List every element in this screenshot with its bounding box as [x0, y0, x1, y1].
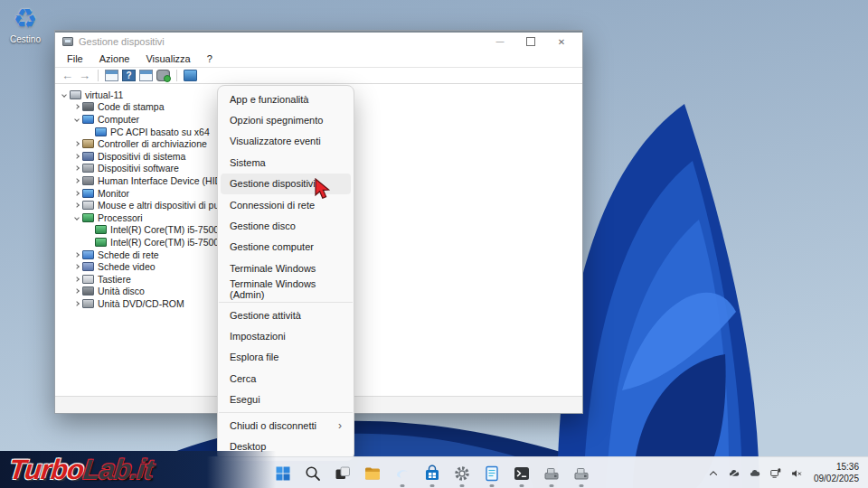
- mouse-device-icon: [82, 201, 94, 210]
- menubar-item-help[interactable]: ?: [199, 52, 221, 66]
- tree-expand-chevron-icon[interactable]: [71, 302, 82, 305]
- desktop: ♻ Cestino Gestione dispositivi FileAzion…: [0, 0, 868, 488]
- tree-expand-chevron-icon[interactable]: [71, 265, 82, 268]
- maximize-button[interactable]: [515, 33, 546, 51]
- tray-cloud-button[interactable]: [746, 464, 764, 483]
- tree-expand-chevron-icon[interactable]: [71, 155, 82, 158]
- running-indicator-dot: [579, 484, 583, 487]
- taskbar-task-view-button[interactable]: [327, 459, 357, 488]
- winx-item-esplora-file[interactable]: Esplora file: [221, 347, 351, 368]
- taskbar-settings-button[interactable]: [447, 459, 476, 488]
- scan-hardware-icon[interactable]: [156, 70, 170, 81]
- computer-device-icon: [70, 90, 81, 99]
- winx-quick-menu: App e funzionalitàOpzioni spegnimentoVis…: [217, 85, 354, 461]
- tree-expand-chevron-icon[interactable]: [71, 216, 82, 220]
- file-explorer-icon: [363, 465, 382, 483]
- device-manager-icon: [542, 465, 561, 483]
- tray-volume-muted-button[interactable]: [788, 464, 806, 483]
- properties-icon[interactable]: [139, 70, 153, 81]
- winx-item-gestione-dispositivi[interactable]: Gestione dispositivi: [221, 174, 351, 194]
- taskbar-clock[interactable]: 15:36 09/02/2025: [808, 462, 863, 484]
- winx-item-sistema[interactable]: Sistema: [221, 152, 351, 173]
- taskbar-device-manager-button[interactable]: [536, 459, 566, 488]
- tray-hidden-icons-chevron-button[interactable]: [704, 464, 722, 483]
- system-device-icon: [82, 152, 94, 161]
- monitor-device-icon: [82, 189, 94, 198]
- back-icon[interactable]: [61, 70, 74, 81]
- winx-item-app-e-funzionalit[interactable]: App e funzionalità: [221, 89, 351, 109]
- tree-expand-chevron-icon[interactable]: [71, 277, 82, 281]
- running-indicator-dot: [429, 484, 434, 487]
- running-indicator-dot: [519, 484, 524, 487]
- menubar-item-visualizza[interactable]: Visualizza: [137, 52, 198, 66]
- menubar-item-file[interactable]: File: [59, 52, 91, 66]
- tree-expand-chevron-icon[interactable]: [71, 105, 82, 108]
- toolbar-separator: [98, 70, 99, 81]
- winx-item-gestione-disco[interactable]: Gestione disco: [221, 215, 351, 236]
- winx-item-gestione-computer[interactable]: Gestione computer: [221, 237, 351, 258]
- start-icon: [274, 465, 292, 483]
- tray-onedrive-paused-button[interactable]: [725, 464, 743, 483]
- taskbar-notepad-button[interactable]: [476, 459, 506, 488]
- hid-device-icon: [82, 176, 94, 185]
- tray-network-ethernet-button[interactable]: [767, 464, 785, 483]
- winx-item-esegui[interactable]: Esegui: [221, 389, 351, 409]
- tree-expand-chevron-icon[interactable]: [71, 179, 82, 183]
- tree-expand-chevron-icon[interactable]: [71, 142, 82, 145]
- software-device-icon: [82, 164, 94, 173]
- running-indicator-dot: [400, 484, 404, 487]
- monitor-device-icon: [95, 127, 107, 136]
- computer-management-icon: [572, 465, 590, 483]
- menubar-item-azione[interactable]: Azione: [91, 52, 138, 66]
- winx-item-terminale-windows[interactable]: Terminale Windows: [221, 258, 351, 278]
- submenu-chevron-icon: ›: [338, 419, 342, 432]
- running-indicator-dot: [549, 484, 553, 487]
- tree-expand-chevron-icon[interactable]: [71, 166, 82, 170]
- disk-device-icon: [82, 286, 94, 296]
- winx-item-impostazioni[interactable]: Impostazioni: [221, 325, 351, 346]
- tree-expand-chevron-icon[interactable]: [71, 289, 82, 293]
- tree-spacer: [84, 130, 95, 134]
- taskbar-file-explorer-button[interactable]: [357, 459, 387, 488]
- window-titlebar[interactable]: Gestione dispositivi: [55, 31, 582, 51]
- turbolab-watermark: TurboLab.it: [0, 451, 276, 488]
- recycle-bin-label: Cestino: [5, 34, 45, 44]
- tree-expand-chevron-icon[interactable]: [71, 192, 82, 195]
- window-menubar: FileAzioneVisualizza?: [55, 51, 582, 68]
- device-manager-window-icon: [62, 37, 73, 46]
- menu-separator: [219, 412, 353, 413]
- winx-item-terminale-windows-admin[interactable]: Terminale Windows (Admin): [221, 279, 351, 300]
- taskbar-store-button[interactable]: [417, 459, 447, 488]
- tree-expand-chevron-icon[interactable]: [71, 203, 82, 207]
- edge-icon: [393, 465, 411, 483]
- turbolab-logo: TurboLab.it: [7, 455, 154, 483]
- recycle-bin-desktop-icon[interactable]: ♻ Cestino: [5, 4, 45, 44]
- dvd-device-icon: [82, 299, 94, 308]
- minimize-button[interactable]: [485, 33, 515, 51]
- winx-item-visualizzatore-eventi[interactable]: Visualizzatore eventi: [221, 131, 351, 152]
- forward-icon[interactable]: [78, 70, 91, 81]
- onedrive-paused-icon: [728, 467, 741, 480]
- close-button[interactable]: [546, 33, 577, 51]
- winx-item-chiudi-o-disconnetti[interactable]: Chiudi o disconnetti›: [221, 415, 351, 436]
- device-screen-icon[interactable]: [184, 70, 197, 81]
- search-icon: [304, 465, 322, 483]
- winx-item-connessioni-di-rete[interactable]: Connessioni di rete: [221, 194, 351, 215]
- winx-item-opzioni-spegnimento[interactable]: Opzioni spegnimento: [221, 109, 351, 130]
- winx-item-gestione-attivit[interactable]: Gestione attività: [221, 305, 351, 325]
- taskbar-edge-button[interactable]: [387, 459, 417, 488]
- taskbar-terminal-button[interactable]: [506, 459, 536, 488]
- console-window-icon[interactable]: [105, 70, 118, 81]
- tray-date: 09/02/2025: [814, 474, 859, 485]
- taskbar-computer-management-button[interactable]: [566, 459, 596, 488]
- notepad-icon: [483, 465, 501, 483]
- help-icon[interactable]: [122, 70, 136, 81]
- taskbar-search-button[interactable]: [297, 459, 327, 488]
- cpu-device-icon: [82, 213, 94, 222]
- tree-expand-chevron-icon[interactable]: [71, 253, 82, 257]
- tree-expand-chevron-icon[interactable]: [59, 93, 70, 97]
- winx-item-cerca[interactable]: Cerca: [221, 368, 351, 389]
- printer-device-icon: [82, 102, 94, 111]
- tree-expand-chevron-icon[interactable]: [71, 117, 82, 121]
- window-title: Gestione dispositivi: [79, 36, 485, 47]
